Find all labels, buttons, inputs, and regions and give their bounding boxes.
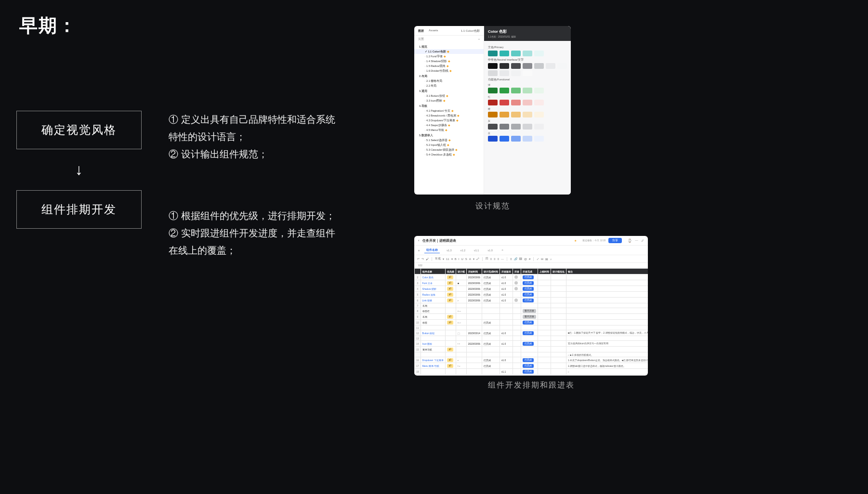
- color-swatch: [534, 124, 544, 130]
- tree-item[interactable]: · 1.6 Divider/分割线◆: [414, 68, 484, 73]
- toolbar-button[interactable]: B: [455, 258, 457, 260]
- design-spec-screenshot: 图层 Assets 1.1 Color/色彩 页面 + 1.规范✓ 1.1 Co…: [414, 26, 571, 195]
- tree-item[interactable]: · 2.2 布局: [414, 83, 484, 88]
- color-swatch: [523, 88, 532, 93]
- toolbar-button[interactable]: @: [524, 258, 527, 260]
- toolbar-button[interactable]: ⤢: [537, 257, 539, 260]
- caption-design-spec: 设计规范: [414, 201, 571, 211]
- table-row: 13: [415, 336, 648, 341]
- tree-item[interactable]: · 5.1 Select/选择器◆: [414, 138, 484, 143]
- table-row: 6Link 链接p0⌐2023/03/06已完成v1.0已完成: [415, 298, 648, 303]
- tree-item[interactable]: · 4.5 Menu/导航◆: [414, 128, 484, 132]
- tree-item[interactable]: · 2.1 栅格布局: [414, 78, 484, 83]
- toolbar-button[interactable]: ▤: [545, 257, 548, 260]
- sheet-tab[interactable]: v1.1: [472, 248, 481, 253]
- table-row: 7布局: [415, 303, 648, 308]
- assets-tab[interactable]: Assets: [429, 29, 438, 33]
- toolbar-button[interactable]: #: [529, 258, 530, 260]
- clock-icon[interactable]: ⌚: [628, 239, 632, 243]
- color-swatch: [511, 136, 521, 142]
- layers-tab[interactable]: 图层: [418, 29, 424, 33]
- tree-item[interactable]: · 4.4 Steps/步骤条◆: [414, 123, 484, 128]
- table-row: 8标签栏○ ⌐暂不开发: [415, 308, 648, 314]
- toolbar-button[interactable]: S: [465, 258, 467, 260]
- toolbar-button[interactable]: ▾: [451, 257, 453, 260]
- add-tab-icon[interactable]: +: [500, 247, 506, 253]
- toolbar-button[interactable]: ⌕: [550, 258, 552, 260]
- toolbar-button[interactable]: ⋯: [501, 257, 504, 260]
- tree-item[interactable]: · 3.1 Button/按钮◆: [414, 93, 484, 98]
- toolbar-button[interactable]: 常规: [435, 257, 441, 261]
- pages-label: 页面: [418, 38, 424, 41]
- spec-sidebar: 图层 Assets 1.1 Color/色彩 页面 + 1.规范✓ 1.1 Co…: [414, 26, 484, 195]
- share-button[interactable]: 分享: [608, 238, 622, 243]
- color-swatch: [500, 124, 509, 130]
- color-swatch: [511, 88, 521, 93]
- toolbar-button[interactable]: ⊞: [541, 257, 543, 260]
- color-swatch: [523, 112, 532, 117]
- toolbar-button[interactable]: I: [459, 258, 460, 260]
- toolbar-button[interactable]: ≡: [490, 258, 492, 260]
- table-row: 3Font 文本p0■2023/03/06已完成v1.0已完成: [415, 280, 648, 286]
- sheet-tabs: ≡ 组件名称v1.3v1.2v1.1v1.0+: [414, 246, 648, 255]
- tree-item[interactable]: · 1.5 Radius/圆角◆: [414, 64, 484, 68]
- spec-header: Color 色彩 1.1色彩 · 2023/01/01 编辑: [484, 26, 571, 41]
- color-swatch: [500, 63, 509, 69]
- sheet-tab[interactable]: v1.2: [459, 248, 467, 253]
- table-row: 4Shadow 阴影p02023/03/06已完成v1.0已完成: [415, 286, 648, 292]
- table-row: 5Radius 圆角p02023/03/06已完成v1.0已完成: [415, 292, 648, 298]
- spreadsheet-screenshot: ‹ 任务开发｜进程跟进表 ★ 最近修改：今天 12:18 分享 ⌚ ⋯ ⤢ ≡ …: [414, 236, 648, 376]
- tree-item[interactable]: · 3.3 Icon/图标◆: [414, 98, 484, 103]
- table-row: 9布局p3暂不开发: [415, 314, 648, 320]
- tree-item[interactable]: · 5.2 Input/输入框◆: [414, 143, 484, 147]
- table-row: 11: [415, 325, 648, 330]
- color-swatch: [557, 63, 567, 69]
- sheet-tab[interactable]: v1.3: [445, 248, 453, 253]
- add-page-icon[interactable]: +: [478, 38, 480, 41]
- sheet-tab[interactable]: v1.0: [486, 248, 494, 253]
- toolbar-button[interactable]: A: [469, 258, 471, 260]
- color-swatch: [488, 100, 498, 105]
- expand-icon[interactable]: ⤢: [641, 239, 644, 243]
- cell-reference: V22: [414, 263, 648, 268]
- tree-item[interactable]: · 4.2 Breadcrumb / 面包屑◆: [414, 113, 484, 118]
- toolbar-button[interactable]: ▾: [473, 257, 474, 260]
- sheet-menu-icon[interactable]: ≡: [418, 249, 420, 252]
- tree-item[interactable]: · 5.3 Cascader 级联选择◆: [414, 147, 484, 152]
- tree-item[interactable]: · 1.2 Font/字体◆: [414, 54, 484, 59]
- tree-item[interactable]: ✓ 1.1 Color/色彩◆: [414, 49, 484, 54]
- toolbar-button[interactable]: 🖌: [426, 258, 429, 260]
- sheet-tab[interactable]: 组件名称: [424, 247, 440, 253]
- toolbar-button[interactable]: Σ: [510, 258, 512, 260]
- color-swatch: [534, 136, 544, 142]
- toolbar-button[interactable]: ▾: [443, 257, 444, 260]
- back-icon[interactable]: ‹: [418, 238, 420, 243]
- more-icon[interactable]: ⋯: [635, 239, 638, 243]
- page-tree: 1.规范✓ 1.1 Color/色彩◆· 1.2 Font/字体◆· 1.4 S…: [414, 43, 484, 158]
- toolbar-button[interactable]: ↷: [421, 257, 424, 260]
- color-swatch: [511, 100, 521, 105]
- color-swatch: [523, 124, 532, 130]
- color-swatch: [546, 63, 555, 69]
- toolbar-button[interactable]: U: [461, 258, 463, 260]
- tree-item[interactable]: · 1.4 Shadow/阴影◆: [414, 59, 484, 64]
- color-swatch: [500, 100, 509, 105]
- stage1-desc-line2: ② 设计输出组件规范；: [169, 145, 342, 163]
- tree-item[interactable]: · 5.4 Checkbox 多选框◆: [414, 152, 484, 157]
- color-swatch: [534, 51, 544, 56]
- toolbar-button[interactable]: ↶: [417, 257, 420, 260]
- toolbar-button[interactable]: 🔗: [514, 257, 517, 260]
- stage1-description: ① 定义出具有自己品牌特性和适合系统特性的设计语言； ② 设计输出组件规范；: [169, 111, 342, 163]
- table-row: 12Button 按钮⬚2023/03/14已完成v1.0已完成■已：1.删除了…: [415, 330, 648, 336]
- color-swatch: [523, 136, 532, 142]
- tree-item[interactable]: · 4.1 Pagination/ 分页◆: [414, 108, 484, 113]
- color-swatch: [488, 70, 498, 76]
- toolbar-button[interactable]: 🖼: [519, 258, 522, 260]
- table-row: 16Dropdown 下拉菜单p0⌐已完成v1.0已完成1.补充了dropdow…: [415, 357, 648, 363]
- tree-item[interactable]: · 4.3 Dropdown/下拉菜单◆: [414, 118, 484, 123]
- toolbar-button[interactable]: 田: [486, 257, 488, 261]
- toolbar-button[interactable]: ≡: [494, 258, 496, 260]
- toolbar-button[interactable]: 11: [446, 258, 449, 260]
- toolbar-button[interactable]: 🖍: [476, 258, 479, 260]
- toolbar-button[interactable]: ≡: [498, 258, 500, 260]
